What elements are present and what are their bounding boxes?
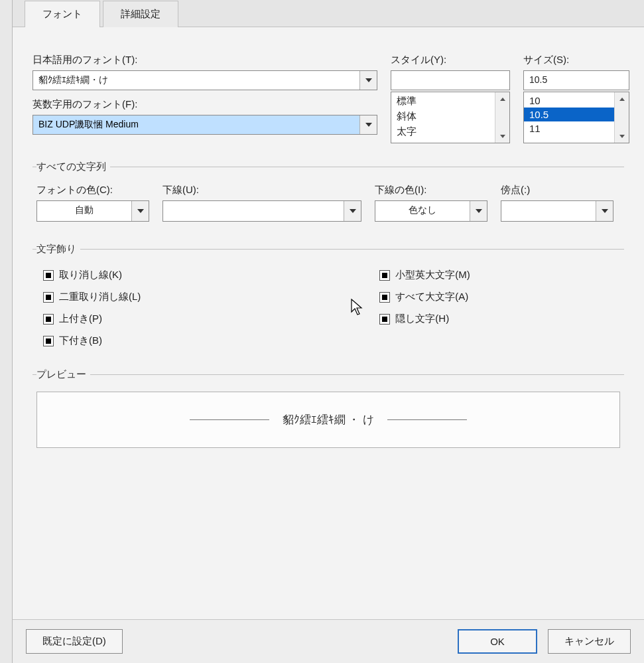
chevron-up-icon[interactable] — [495, 92, 509, 106]
checkbox-label: 二重取り消し線(L) — [59, 291, 141, 303]
checkbox-hidden[interactable]: 隠し文字(H) — [379, 313, 470, 325]
list-item[interactable]: 太字 — [391, 124, 495, 139]
checkbox-superscript[interactable]: 上付き(P) — [43, 313, 141, 325]
effects-legend: 文字飾り — [36, 243, 80, 256]
latin-font-combo[interactable]: BIZ UDP譏取悃 Medium — [32, 115, 377, 135]
checkbox-label: 上付き(P) — [59, 313, 102, 325]
emphasis-label: 傍点(:) — [501, 184, 613, 196]
size-value: 10.5 — [524, 71, 629, 90]
list-item[interactable]: 10.5 — [524, 108, 614, 121]
checkbox-icon — [43, 314, 54, 325]
emphasis-value — [501, 201, 596, 221]
style-value — [391, 71, 509, 90]
tab-font[interactable]: フォント — [25, 1, 100, 27]
checkbox-double-strikethrough[interactable]: 二重取り消し線(L) — [43, 291, 141, 303]
chevron-down-icon[interactable] — [596, 201, 613, 221]
style-label: スタイル(Y): — [391, 54, 510, 66]
effects-group: 文字飾り 取り消し線(K) 二重取り消し線(L) 上付き(P) 下付き(B) 小… — [32, 243, 624, 351]
emphasis-combo[interactable] — [501, 200, 613, 222]
font-dialog: フォント 詳細設定 日本語用のフォント(T): 貂ｸ繧ｴ繧ｷ繝・け 英数字用のフ… — [12, 0, 644, 663]
all-text-group: すべての文字列 フォントの色(C): 自動 下線(U): — [32, 161, 624, 226]
japanese-font-label: 日本語用のフォント(T): — [32, 54, 377, 66]
checkbox-label: 隠し文字(H) — [395, 313, 449, 325]
preview-box: 貂ｸ繧ｴ繧ｷ繝 ・ け — [36, 392, 620, 448]
list-item[interactable]: 10 — [524, 94, 614, 108]
underline-color-value: 色なし — [375, 201, 470, 221]
dialog-content: 日本語用のフォント(T): 貂ｸ繧ｴ繧ｷ繝・け 英数字用のフォント(F): BI… — [13, 27, 644, 459]
preview-text: 貂ｸ繧ｴ繧ｷ繝 ・ け — [283, 412, 374, 427]
checkbox-icon — [43, 292, 54, 303]
size-listbox[interactable]: 10 10.5 11 — [523, 92, 629, 143]
list-item[interactable]: 11 — [524, 121, 614, 135]
style-listbox[interactable]: 標準 斜体 太字 — [391, 92, 510, 143]
checkbox-icon — [379, 292, 390, 303]
preview-line-left — [190, 419, 269, 420]
checkbox-icon — [379, 270, 390, 281]
checkbox-small-caps[interactable]: 小型英大文字(M) — [379, 269, 470, 281]
chevron-down-icon[interactable] — [470, 201, 487, 221]
scrollbar[interactable] — [495, 92, 509, 143]
checkbox-label: 取り消し線(K) — [59, 269, 122, 281]
underline-value — [163, 201, 344, 221]
checkbox-subscript[interactable]: 下付き(B) — [43, 334, 141, 347]
chevron-up-icon[interactable] — [615, 92, 629, 106]
all-text-legend: すべての文字列 — [36, 161, 110, 173]
checkbox-icon — [379, 314, 390, 325]
japanese-font-combo[interactable]: 貂ｸ繧ｴ繧ｷ繝・け — [32, 70, 377, 90]
underline-color-combo[interactable]: 色なし — [375, 200, 487, 222]
ok-button[interactable]: OK — [458, 629, 537, 654]
set-default-button[interactable]: 既定に設定(D) — [26, 629, 123, 654]
preview-line-right — [387, 419, 467, 420]
checkbox-icon — [43, 336, 54, 346]
font-row: 日本語用のフォント(T): 貂ｸ繧ｴ繧ｷ繝・け 英数字用のフォント(F): BI… — [32, 54, 624, 143]
tab-strip: フォント 詳細設定 — [13, 0, 644, 27]
preview-group: プレビュー 貂ｸ繧ｴ繧ｷ繝 ・ け — [32, 368, 624, 452]
chevron-down-icon[interactable] — [359, 115, 377, 134]
preview-legend: プレビュー — [36, 368, 90, 381]
chevron-down-icon[interactable] — [344, 201, 361, 221]
checkbox-strikethrough[interactable]: 取り消し線(K) — [43, 269, 141, 281]
latin-font-value: BIZ UDP譏取悃 Medium — [33, 115, 359, 134]
checkbox-label: 下付き(B) — [59, 334, 102, 347]
style-input[interactable] — [391, 70, 510, 90]
chevron-down-icon[interactable] — [131, 201, 149, 221]
cancel-button[interactable]: キャンセル — [548, 629, 631, 654]
chevron-down-icon[interactable] — [495, 129, 509, 143]
list-item[interactable]: 標準 — [391, 94, 495, 109]
tab-advanced[interactable]: 詳細設定 — [103, 1, 178, 27]
font-color-label: フォントの色(C): — [36, 184, 149, 196]
dialog-footer: 既定に設定(D) OK キャンセル — [13, 619, 644, 663]
checkbox-label: 小型英大文字(M) — [395, 269, 470, 281]
list-item[interactable]: 斜体 — [391, 109, 495, 124]
underline-label: 下線(U): — [162, 184, 361, 196]
font-color-value: 自動 — [37, 201, 131, 221]
font-color-combo[interactable]: 自動 — [36, 200, 149, 222]
checkbox-icon — [43, 270, 54, 281]
size-label: サイズ(S): — [523, 54, 629, 66]
checkbox-label: すべて大文字(A) — [395, 291, 468, 303]
chevron-down-icon[interactable] — [359, 71, 377, 90]
underline-color-label: 下線の色(I): — [375, 184, 487, 196]
size-input[interactable]: 10.5 — [523, 70, 629, 90]
latin-font-label: 英数字用のフォント(F): — [32, 98, 377, 111]
scrollbar[interactable] — [614, 92, 629, 143]
chevron-down-icon[interactable] — [615, 129, 629, 143]
japanese-font-value: 貂ｸ繧ｴ繧ｷ繝・け — [33, 71, 359, 90]
underline-combo[interactable] — [162, 200, 361, 222]
checkbox-all-caps[interactable]: すべて大文字(A) — [379, 291, 470, 303]
